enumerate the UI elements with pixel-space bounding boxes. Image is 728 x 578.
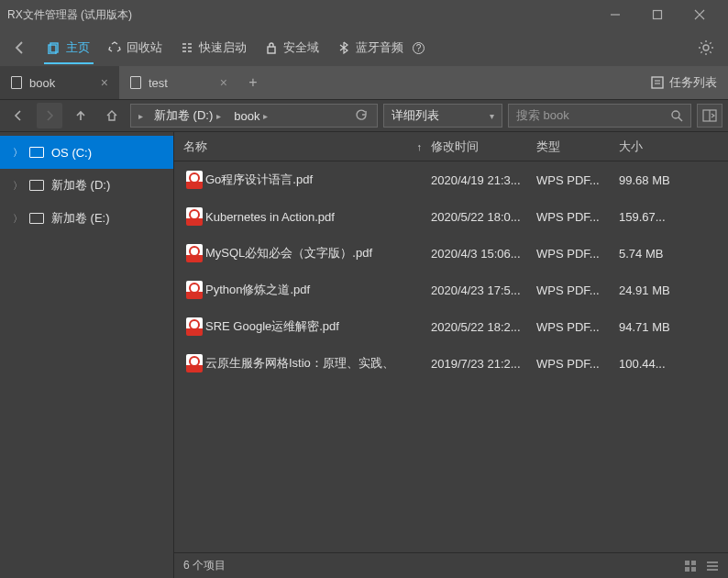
pdf-file-icon xyxy=(183,171,205,189)
disk-icon xyxy=(29,180,44,191)
tree-expand-icon[interactable]: 〉 xyxy=(13,212,22,226)
new-tab-button[interactable]: + xyxy=(238,66,268,99)
file-date: 2020/5/22 18:0... xyxy=(431,210,536,224)
breadcrumb[interactable]: ▸ 新加卷 (D:)▸ book▸ xyxy=(130,104,378,128)
menu-item-label: 快速启动 xyxy=(199,39,247,56)
column-header-size[interactable]: 大小 xyxy=(619,139,701,155)
tab-close-button[interactable]: × xyxy=(101,75,108,90)
file-row[interactable]: 云原生服务网格Istio：原理、实践、2019/7/23 21:2...WPS … xyxy=(174,345,728,382)
column-header-name[interactable]: 名称↑ xyxy=(183,139,431,155)
file-type: WPS PDF... xyxy=(536,173,619,187)
close-button[interactable] xyxy=(678,0,721,29)
pdf-file-icon xyxy=(183,317,205,336)
home-tab-icon xyxy=(48,41,61,54)
file-pane: 名称↑ 修改时间 类型 大小 Go程序设计语言.pdf2020/4/19 21:… xyxy=(174,132,728,578)
tab-doc-icon xyxy=(11,76,22,89)
menu-item-0[interactable]: 主页 xyxy=(39,31,99,64)
security-icon xyxy=(265,41,278,54)
status-count: 6 个项目 xyxy=(183,558,226,573)
tab-1[interactable]: test× xyxy=(119,66,238,99)
svg-line-19 xyxy=(710,51,711,53)
file-list: Go程序设计语言.pdf2020/4/19 21:3...WPS PDF...9… xyxy=(174,161,728,552)
breadcrumb-segment[interactable]: book▸ xyxy=(228,105,273,127)
nav-forward-button[interactable] xyxy=(37,103,62,128)
tree-item-1[interactable]: 〉新加卷 (D:) xyxy=(0,169,173,202)
file-size: 159.67... xyxy=(619,210,701,224)
svg-rect-22 xyxy=(652,77,663,88)
refresh-button[interactable] xyxy=(349,109,373,122)
svg-line-18 xyxy=(700,42,702,44)
sidebar: 〉OS (C:)〉新加卷 (D:)〉新加卷 (E:) xyxy=(0,132,174,578)
svg-line-20 xyxy=(700,51,702,53)
file-size: 100.44... xyxy=(619,357,701,371)
file-row[interactable]: Kubernetes in Action.pdf2020/5/22 18:0..… xyxy=(174,198,728,235)
nav-up-button[interactable] xyxy=(68,103,94,128)
svg-point-25 xyxy=(672,111,679,118)
file-name: SRE Google运维解密.pdf xyxy=(205,318,431,335)
file-type: WPS PDF... xyxy=(536,210,619,224)
breadcrumb-segment[interactable]: 新加卷 (D:)▸ xyxy=(149,105,226,127)
search-icon xyxy=(670,109,683,122)
column-header-date[interactable]: 修改时间 xyxy=(431,139,536,155)
nav-home-button[interactable] xyxy=(99,103,125,128)
menu-item-label: 蓝牙音频 xyxy=(356,39,403,56)
menu-item-1[interactable]: 回收站 xyxy=(99,31,171,64)
svg-rect-30 xyxy=(691,561,696,565)
menubar: 主页回收站快速启动安全域蓝牙音频? xyxy=(0,29,728,66)
menu-item-4[interactable]: 蓝牙音频? xyxy=(328,31,434,64)
nav-back-button[interactable] xyxy=(6,103,31,128)
status-list-icon[interactable] xyxy=(706,560,719,572)
search-input[interactable]: 搜索 book xyxy=(508,104,691,128)
file-size: 94.71 MB xyxy=(619,320,701,334)
view-mode-label: 详细列表 xyxy=(392,107,439,124)
file-row[interactable]: Go程序设计语言.pdf2020/4/19 21:3...WPS PDF...9… xyxy=(174,161,728,198)
file-size: 5.74 MB xyxy=(619,247,701,261)
maximize-button[interactable] xyxy=(636,0,678,29)
settings-button[interactable] xyxy=(689,39,722,56)
sort-arrow-icon: ↑ xyxy=(417,141,423,152)
tabbar: book×test× + 任务列表 xyxy=(0,66,728,99)
disk-icon xyxy=(29,213,44,224)
tasklist-icon xyxy=(651,76,664,89)
file-date: 2019/7/23 21:2... xyxy=(431,357,536,371)
tab-label: test xyxy=(149,76,168,90)
file-date: 2020/4/3 15:06... xyxy=(431,247,536,261)
addressbar: ▸ 新加卷 (D:)▸ book▸ 详细列表 ▾ 搜索 book xyxy=(0,99,728,132)
gear-icon xyxy=(698,39,714,56)
svg-rect-12 xyxy=(268,47,275,53)
pdf-file-icon xyxy=(183,354,205,372)
tab-doc-icon xyxy=(130,76,141,89)
pdf-file-icon xyxy=(183,207,205,226)
tree-expand-icon[interactable]: 〉 xyxy=(13,179,22,193)
search-placeholder: 搜索 book xyxy=(516,107,569,124)
svg-rect-29 xyxy=(685,561,689,565)
menu-item-3[interactable]: 安全域 xyxy=(256,31,328,64)
menu-back-button[interactable] xyxy=(6,40,35,55)
file-date: 2020/5/22 18:2... xyxy=(431,320,536,334)
view-mode-select[interactable]: 详细列表 ▾ xyxy=(383,104,502,128)
pdf-file-icon xyxy=(183,281,205,299)
bluetooth-icon xyxy=(337,41,350,54)
file-name: Python修炼之道.pdf xyxy=(205,282,431,298)
tasklist-button[interactable]: 任务列表 xyxy=(640,66,728,99)
file-row[interactable]: SRE Google运维解密.pdf2020/5/22 18:2...WPS P… xyxy=(174,308,728,345)
menu-item-2[interactable]: 快速启动 xyxy=(171,31,256,64)
tree-expand-icon[interactable]: 〉 xyxy=(13,146,22,160)
tab-0[interactable]: book× xyxy=(0,66,119,99)
minimize-button[interactable] xyxy=(594,0,636,29)
file-name: Kubernetes in Action.pdf xyxy=(205,210,431,224)
disk-icon xyxy=(29,147,44,158)
file-row[interactable]: Python修炼之道.pdf2020/4/23 17:5...WPS PDF..… xyxy=(174,272,728,308)
file-type: WPS PDF... xyxy=(536,357,619,371)
column-header-type[interactable]: 类型 xyxy=(536,139,619,155)
tree-item-0[interactable]: 〉OS (C:) xyxy=(0,136,173,169)
pdf-file-icon xyxy=(183,244,205,262)
dual-pane-button[interactable] xyxy=(697,104,722,128)
svg-line-21 xyxy=(710,42,711,44)
tab-label: book xyxy=(29,76,55,90)
window-title: RX文件管理器 (试用版本) xyxy=(7,7,594,23)
status-grid-icon[interactable] xyxy=(684,560,697,572)
tab-close-button[interactable]: × xyxy=(220,75,227,90)
file-row[interactable]: MySQL必知必会（文字版）.pdf2020/4/3 15:06...WPS P… xyxy=(174,235,728,272)
tree-item-2[interactable]: 〉新加卷 (E:) xyxy=(0,202,173,235)
